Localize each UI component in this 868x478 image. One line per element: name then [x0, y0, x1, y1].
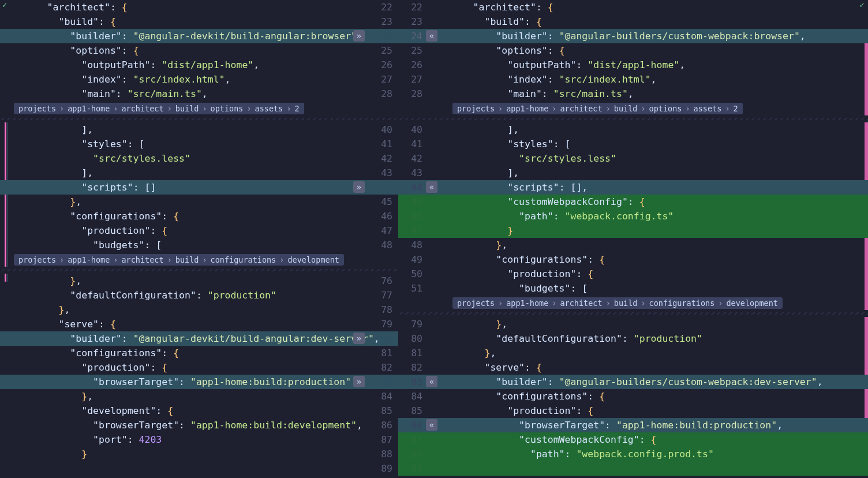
code-line[interactable]: "builder": "@angular-devkit/build-angula… [0, 331, 398, 346]
code-line[interactable]: "port": 420387 [0, 432, 398, 447]
breadcrumb-segment: architect [121, 104, 163, 113]
code-line[interactable]: 80 "defaultConfiguration": "production" [398, 331, 868, 346]
code-line[interactable]: 46 "path": "webpack.config.ts" [398, 209, 868, 223]
breadcrumb[interactable]: projects›app1-home›architect›build›confi… [452, 297, 783, 309]
code-text: ], [426, 167, 868, 178]
code-line[interactable]: 23 "build": { [398, 14, 868, 29]
code-line[interactable]: 50 "production": { [398, 267, 868, 281]
code-text: "browserTarget": "app1-home:build:produc… [426, 420, 868, 431]
code-text: "scripts": [], [426, 182, 868, 193]
code-line[interactable]: "budgets": [48 [0, 238, 398, 252]
code-line[interactable]: 51 "budgets": [ [398, 281, 868, 296]
code-line[interactable]: "builder": "@angular-devkit/build-angula… [0, 29, 398, 43]
code-line[interactable]: }88 [0, 447, 398, 461]
code-line[interactable]: 83« "builder": "@angular-builders/custom… [398, 375, 868, 389]
merge-arrow-icon[interactable]: » [353, 376, 365, 387]
breadcrumb-segment: options [649, 104, 682, 113]
merge-arrow-icon[interactable]: « [426, 376, 437, 387]
code-line[interactable]: 42 "src/styles.less" [398, 151, 868, 166]
merge-arrow-icon[interactable]: « [426, 30, 437, 42]
code-line[interactable]: "defaultConfiguration": "production"77 [0, 288, 398, 303]
merge-arrow-icon[interactable]: » [353, 181, 365, 193]
code-line[interactable]: "configurations": {46 [0, 209, 398, 223]
code-text: "browserTarget": "app1-home:build:produc… [0, 376, 398, 387]
code-line[interactable]: "scripts": []»44 [0, 180, 398, 195]
code-line[interactable]: 47 } [398, 223, 868, 238]
code-line[interactable]: "build": {23 [0, 14, 398, 29]
code-line[interactable]: 89 [0, 461, 398, 476]
json-token-key: "path" [519, 211, 553, 222]
fold-separator[interactable] [398, 310, 868, 317]
breadcrumb-segment: projects [457, 298, 495, 308]
code-text: }, [0, 275, 398, 286]
code-line[interactable]: 41 "styles": [ [398, 137, 868, 151]
code-line[interactable]: },76 [0, 274, 398, 288]
code-text: "production": { [426, 405, 868, 416]
code-line[interactable]: "src/styles.less"42 [0, 151, 398, 166]
code-line[interactable]: "options": {25 [0, 43, 398, 58]
code-line[interactable]: "development": {85 [0, 404, 398, 418]
code-line[interactable]: 82 "serve": { [398, 360, 868, 375]
merge-arrow-icon[interactable]: » [353, 30, 365, 42]
code-text: } [0, 449, 398, 460]
code-line[interactable]: 84 "configurations": { [398, 389, 868, 404]
fold-separator[interactable] [0, 267, 398, 274]
code-line[interactable]: },45 [0, 195, 398, 209]
code-line[interactable]: "styles": [41 [0, 137, 398, 151]
code-line[interactable]: "index": "src/index.html",27 [0, 72, 398, 87]
code-line[interactable]: },78 [0, 303, 398, 317]
diff-pane-left[interactable]: ✓ "architect": {22 "build": {23 "builder… [0, 0, 398, 478]
diff-pane-right[interactable]: ✓ 22 "architect": {23 "build": {24« "bui… [398, 0, 868, 478]
code-line[interactable]: 28 "main": "src/main.ts", [398, 87, 868, 101]
line-number: 45 [366, 196, 398, 207]
merge-arrow-icon[interactable]: » [353, 333, 365, 344]
code-line[interactable]: "browserTarget": "app1-home:build:develo… [0, 418, 398, 432]
line-number: 82 [366, 362, 398, 373]
line-number: 22 [366, 2, 398, 13]
code-line[interactable]: "production": {82 [0, 360, 398, 375]
code-line[interactable]: 26 "outputPath": "dist/app1-home", [398, 58, 868, 72]
json-token-key: "main" [81, 88, 116, 99]
json-token-key: "browserTarget" [93, 376, 179, 387]
code-line[interactable]: 24« "builder": "@angular-builders/custom… [398, 29, 868, 43]
code-line[interactable]: 81 }, [398, 346, 868, 360]
code-line[interactable]: "architect": {22 [0, 0, 398, 14]
code-line[interactable]: 40 ], [398, 122, 868, 137]
code-line[interactable]: 79 }, [398, 317, 868, 331]
code-line[interactable]: ],40 [0, 122, 398, 137]
code-line[interactable]: "main": "src/main.ts",28 [0, 87, 398, 101]
code-line[interactable]: 88 "path": "webpack.config.prod.ts" [398, 447, 868, 461]
json-token-str: "src/index.html" [559, 74, 651, 85]
line-number: 24 [398, 31, 426, 42]
code-line[interactable]: "serve": {79 [0, 317, 398, 331]
code-line[interactable]: 89 [398, 461, 868, 476]
fold-separator[interactable] [0, 115, 398, 122]
code-line[interactable]: ],43 [0, 166, 398, 180]
code-line[interactable]: 25 "options": { [398, 43, 868, 58]
code-line[interactable]: 44« "scripts": [], [398, 180, 868, 195]
code-line[interactable]: 87 "customWebpackConfig": { [398, 432, 868, 447]
json-token-punc: : [525, 362, 536, 373]
code-line[interactable]: },84 [0, 389, 398, 404]
code-line[interactable]: "outputPath": "dist/app1-home",26 [0, 58, 398, 72]
breadcrumb[interactable]: projects›app1-home›architect›build›optio… [14, 103, 304, 114]
code-line[interactable]: "production": {47 [0, 223, 398, 238]
fold-separator[interactable] [398, 115, 868, 122]
breadcrumb[interactable]: projects›app1-home›architect›build›confi… [14, 254, 344, 266]
code-line[interactable]: 27 "index": "src/index.html", [398, 72, 868, 87]
code-line[interactable]: 45 "customWebpackConfig": { [398, 195, 868, 209]
breadcrumb[interactable]: projects›app1-home›architect›build›optio… [452, 103, 743, 114]
code-line[interactable]: 85 "production": { [398, 404, 868, 418]
code-line[interactable]: 48 }, [398, 238, 868, 252]
code-line[interactable]: 22 "architect": { [398, 0, 868, 14]
merge-arrow-icon[interactable]: « [426, 419, 437, 431]
code-line[interactable]: 43 ], [398, 166, 868, 180]
json-token-punc: , [502, 319, 507, 330]
code-line[interactable]: 86« "browserTarget": "app1-home:build:pr… [398, 418, 868, 432]
code-line[interactable]: "browserTarget": "app1-home:build:produc… [0, 375, 398, 389]
code-line[interactable]: "configurations": {81 [0, 346, 398, 360]
code-line[interactable]: 49 "configurations": { [398, 252, 868, 267]
merge-arrow-icon[interactable]: « [426, 181, 437, 193]
json-token-str: "dist/app1-home" [588, 59, 679, 70]
code-text: "customWebpackConfig": { [426, 196, 868, 207]
